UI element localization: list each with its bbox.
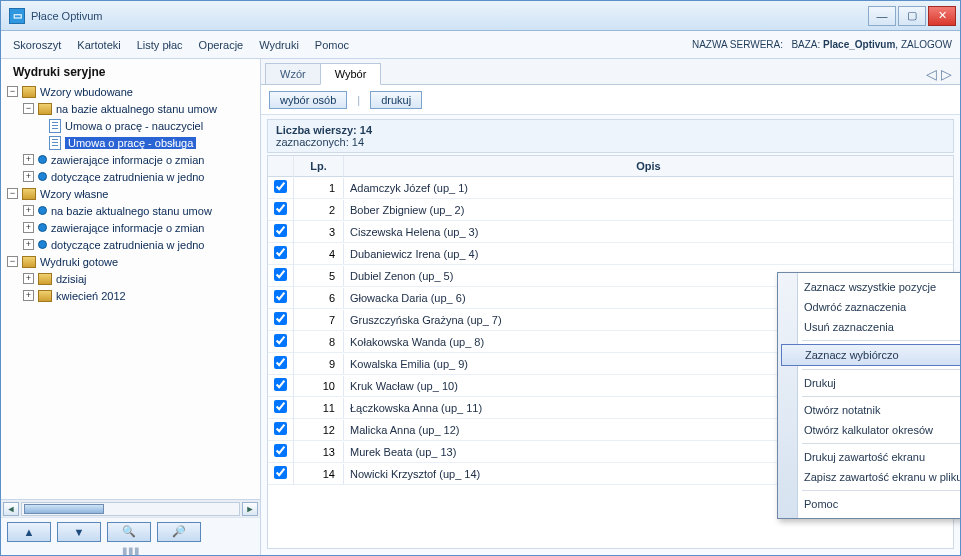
row-checkbox[interactable] xyxy=(274,202,287,215)
nav-search-button[interactable]: 🔍 xyxy=(107,522,151,542)
tree-node-umowa-nauczyciel[interactable]: Umowa o pracę - nauczyciel xyxy=(5,117,258,134)
nav-search-z-button[interactable]: 🔎 xyxy=(157,522,201,542)
row-checkbox[interactable] xyxy=(274,180,287,193)
row-lp: 6 xyxy=(294,288,344,308)
menu-skoroszyt[interactable]: Skoroszyt xyxy=(13,39,61,51)
row-checkbox[interactable] xyxy=(274,334,287,347)
menu-pomoc[interactable]: Pomoc xyxy=(315,39,349,51)
row-opis: Bober Zbigniew (up_ 2) xyxy=(344,204,953,216)
row-lp: 10 xyxy=(294,376,344,396)
row-checkbox[interactable] xyxy=(274,422,287,435)
row-checkbox[interactable] xyxy=(274,224,287,237)
tree-node-zawierajace[interactable]: +zawierające informacje o zmian xyxy=(5,151,258,168)
wybor-osob-button[interactable]: wybór osób xyxy=(269,91,347,109)
row-opis: Adamczyk Józef (up_ 1) xyxy=(344,182,953,194)
row-checkbox[interactable] xyxy=(274,290,287,303)
tree-node-dotyczace-2[interactable]: +dotyczące zatrudnienia w jedno xyxy=(5,236,258,253)
menu-listy-plac[interactable]: Listy płac xyxy=(137,39,183,51)
book-icon xyxy=(22,86,36,98)
grid-header-lp: Lp. xyxy=(294,156,344,176)
row-lp: 12 xyxy=(294,420,344,440)
tree-node-dzisiaj[interactable]: +dzisiaj xyxy=(5,270,258,287)
titlebar: ▭ Płace Optivum — ▢ ✕ xyxy=(1,1,960,31)
ctx-select-custom[interactable]: Zaznacz wybiórczo xyxy=(781,344,960,366)
ctx-select-all[interactable]: Zaznacz wszystkie pozycje xyxy=(778,277,960,297)
row-checkbox[interactable] xyxy=(274,400,287,413)
tab-wzor[interactable]: Wzór xyxy=(265,63,321,84)
drukuj-button[interactable]: drukuj xyxy=(370,91,422,109)
row-lp: 13 xyxy=(294,442,344,462)
info-box: Liczba wierszy: 14 zaznaczonych: 14 xyxy=(267,119,954,153)
menu-wydruki[interactable]: Wydruki xyxy=(259,39,299,51)
tree-node-baza-stanu[interactable]: −na bazie aktualnego stanu umow xyxy=(5,100,258,117)
ctx-print-screen[interactable]: Drukuj zawartość ekranu xyxy=(778,447,960,467)
tree-node-wzory-wlasne[interactable]: −Wzory własne xyxy=(5,185,258,202)
row-lp: 7 xyxy=(294,310,344,330)
table-row[interactable]: 2Bober Zbigniew (up_ 2) xyxy=(268,199,953,221)
ctx-clear[interactable]: Usuń zaznaczenia xyxy=(778,317,960,337)
grid-header-check xyxy=(268,156,294,176)
row-checkbox[interactable] xyxy=(274,356,287,369)
close-button[interactable]: ✕ xyxy=(928,6,956,26)
tree-node-umowa-obsluga[interactable]: Umowa o pracę - obsługa xyxy=(5,134,258,151)
row-checkbox[interactable] xyxy=(274,466,287,479)
tree-node-wydruki-gotowe[interactable]: −Wydruki gotowe xyxy=(5,253,258,270)
row-lp: 5 xyxy=(294,266,344,286)
context-menu: Zaznacz wszystkie pozycje Odwróć zaznacz… xyxy=(777,272,960,519)
scroll-right-icon[interactable]: ► xyxy=(242,502,258,516)
scroll-left-icon[interactable]: ◄ xyxy=(3,502,19,516)
table-row[interactable]: 3Ciszewska Helena (up_ 3) xyxy=(268,221,953,243)
menu-operacje[interactable]: Operacje xyxy=(199,39,244,51)
table-row[interactable]: 1Adamczyk Józef (up_ 1) xyxy=(268,177,953,199)
row-checkbox[interactable] xyxy=(274,444,287,457)
ctx-save-screen[interactable]: Zapisz zawartość ekranu w pliku xyxy=(778,467,960,487)
minimize-button[interactable]: — xyxy=(868,6,896,26)
sidebar-scrollbar[interactable]: ◄ ► xyxy=(1,499,260,517)
toolbar-separator: | xyxy=(357,94,360,106)
tab-nav-next-icon[interactable]: ▷ xyxy=(939,66,954,82)
nav-down-button[interactable]: ▼ xyxy=(57,522,101,542)
tree-node-zawierajace-2[interactable]: +zawierające informacje o zmian xyxy=(5,219,258,236)
dot-icon xyxy=(38,172,47,181)
tree-node-baza-stanu-2[interactable]: +na bazie aktualnego stanu umow xyxy=(5,202,258,219)
page-icon xyxy=(49,136,61,150)
book-icon xyxy=(22,188,36,200)
row-opis: Ciszewska Helena (up_ 3) xyxy=(344,226,953,238)
sidebar-title: Wydruki seryjne xyxy=(1,59,260,83)
dot-icon xyxy=(38,223,47,232)
dot-icon xyxy=(38,240,47,249)
table-row[interactable]: 4Dubaniewicz Irena (up_ 4) xyxy=(268,243,953,265)
grid-header-opis: Opis xyxy=(344,156,953,176)
menubar: Skoroszyt Kartoteki Listy płac Operacje … xyxy=(1,31,960,59)
row-lp: 8 xyxy=(294,332,344,352)
app-icon: ▭ xyxy=(9,8,25,24)
dot-icon xyxy=(38,206,47,215)
ctx-open-notepad[interactable]: Otwórz notatnik xyxy=(778,400,960,420)
ctx-invert[interactable]: Odwróć zaznaczenia xyxy=(778,297,960,317)
tree-node-kwiecien[interactable]: +kwiecień 2012 xyxy=(5,287,258,304)
row-checkbox[interactable] xyxy=(274,312,287,325)
page-icon xyxy=(49,119,61,133)
row-checkbox[interactable] xyxy=(274,268,287,281)
window-title: Płace Optivum xyxy=(31,10,862,22)
row-checkbox[interactable] xyxy=(274,378,287,391)
status-text: NAZWA SERWERA: BAZA: Place_Optivum, ZALO… xyxy=(692,39,960,50)
menu-kartoteki[interactable]: Kartoteki xyxy=(77,39,120,51)
maximize-button[interactable]: ▢ xyxy=(898,6,926,26)
ctx-print[interactable]: Drukuj xyxy=(778,373,960,393)
tab-wybor[interactable]: Wybór xyxy=(320,63,382,85)
tree-node-wzory-wbudowane[interactable]: −Wzory wbudowane xyxy=(5,83,258,100)
row-lp: 1 xyxy=(294,178,344,198)
tree-node-dotyczace[interactable]: +dotyczące zatrudnienia w jedno xyxy=(5,168,258,185)
tab-nav-prev-icon[interactable]: ◁ xyxy=(924,66,939,82)
row-lp: 14 xyxy=(294,464,344,484)
book-icon xyxy=(38,103,52,115)
ctx-help[interactable]: Pomoc xyxy=(778,494,960,514)
row-lp: 4 xyxy=(294,244,344,264)
nav-up-button[interactable]: ▲ xyxy=(7,522,51,542)
row-lp: 11 xyxy=(294,398,344,418)
sidebar-gripper[interactable]: ▮▮▮ xyxy=(1,545,260,555)
book-icon xyxy=(22,256,36,268)
row-checkbox[interactable] xyxy=(274,246,287,259)
ctx-open-calc[interactable]: Otwórz kalkulator okresów xyxy=(778,420,960,440)
